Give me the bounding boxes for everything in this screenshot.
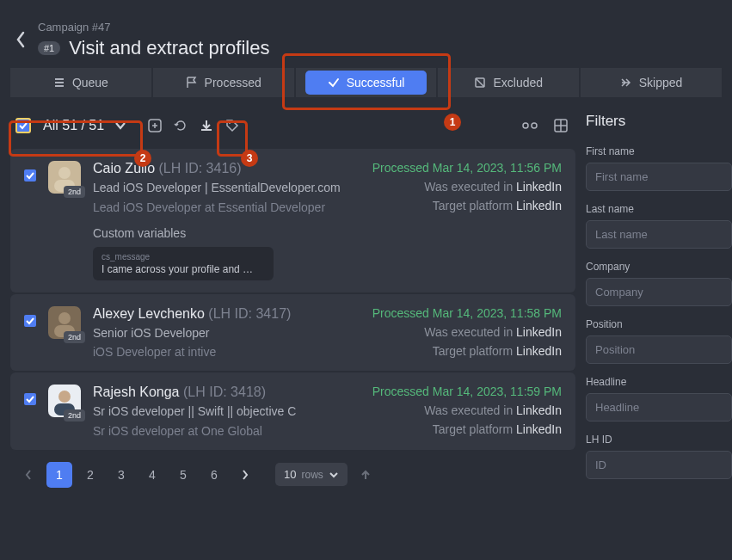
list-item[interactable]: 2nd Rajesh Konga (LH ID: 3418) Sr iOS de… (10, 372, 575, 450)
svg-point-8 (532, 123, 537, 128)
filter-label: LH ID (586, 434, 732, 446)
target-label: Target platform (433, 344, 516, 358)
row-checkbox[interactable] (24, 393, 36, 405)
skip-icon (620, 77, 632, 89)
refresh-icon (173, 118, 188, 133)
back-button[interactable] (15, 31, 26, 48)
chevron-down-icon (329, 471, 339, 479)
lh-id: (LH ID: 3417) (208, 306, 291, 321)
pager-page[interactable]: 3 (108, 462, 134, 488)
chevron-left-icon (24, 469, 33, 481)
excluded-icon (474, 77, 486, 89)
svg-point-7 (523, 123, 528, 128)
select-all-checkbox[interactable] (15, 118, 31, 133)
avatar: 2nd (48, 385, 81, 417)
selection-count: All 51 / 51 (43, 118, 104, 133)
queue-icon (53, 77, 65, 89)
processed-timestamp: Processed Mar 14, 2023, 11:56 PM (372, 161, 562, 175)
lh-id: (LH ID: 3416) (158, 161, 241, 175)
svg-point-6 (229, 122, 231, 124)
tab-queue[interactable]: Queue (10, 68, 151, 97)
svg-rect-0 (55, 78, 64, 80)
add-button[interactable] (145, 116, 164, 135)
page-title: Visit and extract profiles (69, 37, 269, 59)
avatar: 2nd (48, 306, 81, 339)
person-name: Caio Zullo (93, 161, 155, 175)
rows-count: 10 (284, 468, 296, 481)
svg-point-16 (58, 312, 71, 324)
executed-value: LinkedIn (516, 180, 562, 194)
chevron-down-icon (114, 121, 126, 130)
tag-button[interactable] (223, 116, 242, 135)
lh-id-input[interactable] (586, 451, 732, 479)
person-name: Rajesh Konga (93, 385, 180, 399)
row-checkbox[interactable] (24, 315, 36, 327)
last-name-input[interactable] (586, 220, 732, 249)
degree-badge: 2nd (64, 409, 85, 422)
lh-id: (LH ID: 3418) (183, 385, 266, 399)
arrow-up-icon (360, 469, 371, 481)
filters-panel: Filters First name Last name Company Pos… (586, 97, 732, 500)
download-button[interactable] (197, 116, 216, 135)
executed-value: LinkedIn (516, 403, 562, 417)
row-checkbox[interactable] (24, 169, 36, 182)
selection-dropdown[interactable] (114, 121, 126, 130)
executed-value: LinkedIn (516, 325, 562, 339)
target-value: LinkedIn (516, 199, 562, 212)
pager-page[interactable]: 2 (77, 462, 103, 488)
tab-label: Queue (72, 76, 108, 89)
custom-variables-header: Custom variables (93, 226, 360, 240)
pager-page[interactable]: 1 (46, 462, 72, 488)
target-label: Target platform (433, 422, 516, 436)
tab-successful[interactable]: Successful (296, 68, 437, 97)
pager-next[interactable] (232, 462, 258, 488)
eyes-icon (521, 120, 538, 132)
svg-point-19 (58, 391, 71, 403)
pager-prev[interactable] (15, 462, 41, 488)
variable-key: cs_message (101, 252, 265, 262)
pager-page[interactable]: 4 (139, 462, 165, 488)
download-icon (199, 118, 214, 133)
grid-icon (554, 119, 568, 132)
headline-input[interactable] (586, 393, 732, 422)
filters-title: Filters (586, 113, 732, 130)
tab-label: Processed (205, 76, 261, 89)
person-subtitle: Sr iOS developer || Swift || objective C (93, 403, 360, 421)
degree-badge: 2nd (64, 186, 85, 198)
rows-per-page[interactable]: 10 rows (275, 463, 348, 486)
executed-label: Was executed in (424, 325, 516, 339)
degree-badge: 2nd (64, 331, 85, 343)
company-input[interactable] (586, 278, 732, 306)
check-icon (328, 77, 340, 89)
tab-label: Excluded (493, 76, 543, 89)
variable-value: I came across your profile and … (101, 263, 265, 275)
tab-processed[interactable]: Processed (153, 68, 294, 97)
target-value: LinkedIn (516, 344, 562, 358)
position-input[interactable] (586, 335, 732, 364)
executed-label: Was executed in (424, 403, 516, 417)
list-item[interactable]: 2nd Caio Zullo (LH ID: 3416) Lead iOS De… (10, 149, 575, 292)
refresh-button[interactable] (171, 116, 190, 135)
pager-page[interactable]: 5 (170, 462, 196, 488)
tab-label: Skipped (639, 76, 683, 89)
view-mode-button[interactable] (520, 116, 539, 135)
grid-view-button[interactable] (551, 116, 570, 135)
first-name-input[interactable] (586, 163, 732, 191)
variable-chip: cs_message I came across your profile an… (93, 247, 274, 280)
filter-label: Position (586, 318, 732, 330)
results-list: 2nd Caio Zullo (LH ID: 3416) Lead iOS De… (10, 149, 575, 450)
tab-excluded[interactable]: Excluded (438, 68, 579, 97)
scroll-top-button[interactable] (353, 462, 378, 488)
filter-label: First name (586, 145, 732, 157)
pager-page[interactable]: 6 (201, 462, 227, 488)
tab-skipped[interactable]: Skipped (581, 68, 722, 97)
target-label: Target platform (433, 199, 516, 212)
filter-label: Headline (586, 376, 732, 388)
avatar: 2nd (48, 161, 81, 194)
svg-line-4 (476, 78, 484, 87)
rows-label: rows (301, 469, 323, 481)
svg-point-13 (58, 167, 71, 179)
list-item[interactable]: 2nd Alexey Levchenko (LH ID: 3417) Senio… (10, 294, 575, 372)
filter-label: Company (586, 261, 732, 273)
person-subtitle: Lead iOS Developer | EssentialDeveloper.… (93, 180, 360, 197)
